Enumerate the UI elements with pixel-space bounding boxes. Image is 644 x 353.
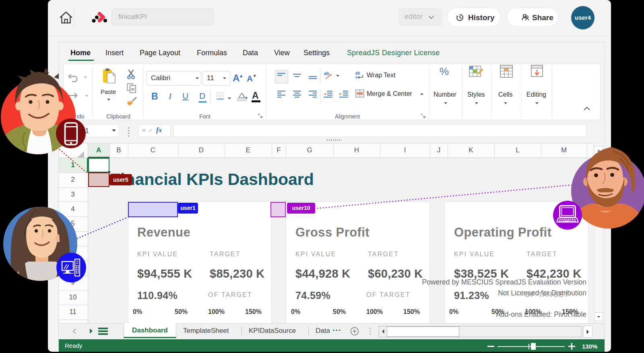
svg-text:c: c	[355, 75, 358, 79]
svg-text:ab: ab	[324, 71, 329, 76]
